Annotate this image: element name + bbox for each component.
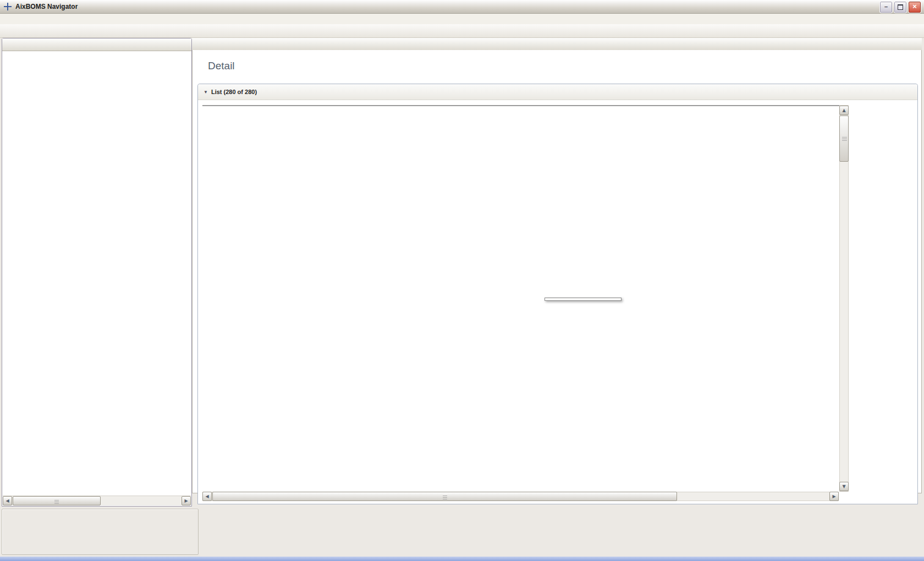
scroll-down-icon[interactable]: ▼ (839, 482, 849, 491)
status-panel (2, 509, 199, 555)
tree-horizontal-scrollbar[interactable]: ◀ ▶ (3, 496, 191, 505)
app-icon (3, 2, 12, 11)
cmdb-tree (3, 51, 191, 496)
window-bottom-edge (0, 557, 924, 561)
detail-view: Detail ▼ List (280 of 280) ▲ ▼ ◀ ▶ (192, 50, 922, 493)
scrollbar-thumb[interactable] (839, 116, 849, 162)
result-table (202, 105, 840, 106)
editor-tabs (192, 38, 922, 51)
table-horizontal-scrollbar[interactable]: ◀ ▶ (202, 492, 839, 501)
scrollbar-thumb[interactable] (13, 496, 101, 505)
list-section-header[interactable]: ▼ List (280 of 280) (198, 84, 917, 100)
app-window: AixBOMS Navigator – × ◀ ▶ Detail ▼ List … (0, 0, 924, 561)
list-section: ▼ List (280 of 280) ▲ ▼ ◀ ▶ (197, 84, 918, 504)
menu-bar (0, 14, 924, 24)
scroll-up-icon[interactable]: ▲ (839, 106, 849, 115)
restore-button[interactable] (894, 1, 907, 13)
status-bar (0, 507, 924, 557)
scroll-right-icon[interactable]: ▶ (829, 492, 839, 501)
title-bar: AixBOMS Navigator – × (0, 0, 924, 14)
list-title: List (280 of 280) (211, 89, 257, 95)
scroll-left-icon[interactable]: ◀ (202, 492, 212, 501)
collapse-triangle-icon[interactable]: ▼ (204, 90, 208, 95)
scroll-right-icon[interactable]: ▶ (182, 496, 191, 505)
scroll-left-icon[interactable]: ◀ (3, 496, 12, 505)
page-title: Detail (208, 60, 235, 72)
close-button[interactable]: × (908, 1, 921, 13)
minimize-button[interactable]: – (879, 1, 893, 13)
main-toolbar (0, 24, 924, 38)
context-menu (544, 298, 622, 301)
table-vertical-scrollbar[interactable]: ▲ ▼ (839, 105, 849, 492)
left-panel-tabs (2, 38, 191, 51)
editor-area: Detail ▼ List (280 of 280) ▲ ▼ ◀ ▶ (192, 38, 922, 506)
scrollbar-thumb[interactable] (212, 492, 677, 501)
window-title: AixBOMS Navigator (15, 3, 78, 10)
cmdb-tree-panel: ◀ ▶ (2, 38, 192, 507)
